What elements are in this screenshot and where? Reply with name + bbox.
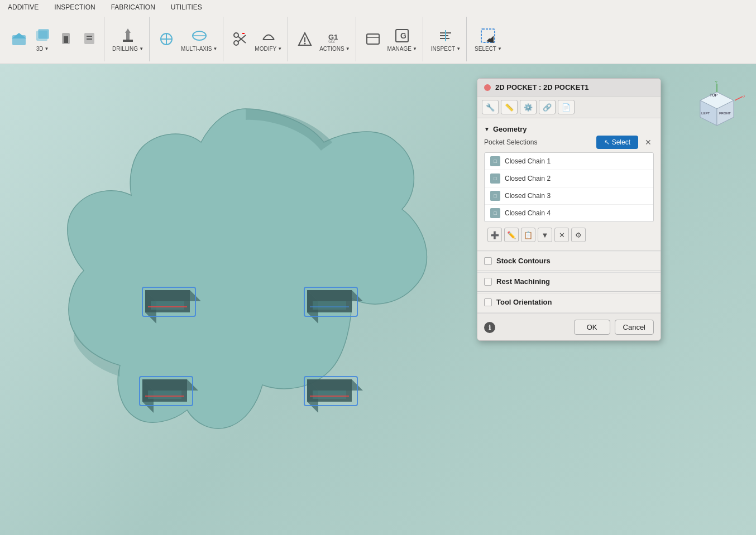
svg-line-53 [735,97,743,100]
tb-group-manage: G MANAGE ▼ [358,17,423,61]
stock-contours-checkbox[interactable] [484,257,492,265]
panel-header: 2D POCKET : 2D POCKET1 [477,79,661,97]
tb-btn-drill1[interactable] [55,29,77,49]
ok-button[interactable]: OK [574,320,610,335]
actions1-icon [296,30,314,48]
cancel-button[interactable]: Cancel [615,320,654,335]
tb-btn-manage2[interactable]: G MANAGE ▼ [385,26,419,53]
chain-label-3: Closed Chain 3 [505,192,551,200]
select-button-label: Select [612,138,630,146]
chain-dropdown-btn[interactable]: ▼ [538,228,552,242]
tb-btn-inspect1[interactable]: INSPECT ▼ [429,26,463,53]
toolbar: ADDITIVE INSPECTION FABRICATION UTILITIE… [0,0,756,64]
tb-btn-modify2[interactable]: MODIFY ▼ [252,26,284,53]
tab-post[interactable]: 📄 [558,100,575,114]
tb-label-drilling: DRILLING ▼ [112,46,143,52]
rest-machining-checkbox[interactable] [484,278,492,286]
view-cube[interactable]: TOP LEFT FRONT X Y [689,81,745,137]
tab-height[interactable]: 📏 [501,100,518,114]
pocket-selections-row: Pocket Selections ↖ Select ✕ [484,136,654,149]
geometry-arrow: ▼ [484,126,490,132]
svg-rect-11 [123,40,133,42]
svg-text:LEFT: LEFT [701,112,710,115]
inspect1-icon [437,27,454,45]
chain-item-1[interactable]: □ Closed Chain 1 [485,153,653,170]
select-button[interactable]: ↖ Select [596,136,638,149]
tb-group-select: SELECT ▼ [469,17,508,61]
svg-text:X: X [743,94,745,99]
rest-machining-section[interactable]: Rest Machining [477,272,661,290]
tb-label-inspect: INSPECT ▼ [431,46,461,52]
svg-text:G: G [400,31,406,40]
chain-add-btn[interactable]: ➕ [487,228,502,242]
chain-icon-2: □ [490,173,500,184]
chain-edit-btn[interactable]: ✏️ [504,228,519,242]
tb-group-multiaxis: MULTI-AXIS ▼ [152,17,223,61]
tool-orientation-checkbox[interactable] [484,298,492,306]
tab-linking[interactable]: 🔗 [539,100,556,114]
chain-icon-4: □ [490,208,500,218]
tb-btn-actions1[interactable] [294,29,316,49]
divider-3 [477,291,661,292]
modify2-icon [260,27,277,45]
tb-btn-scissors[interactable] [229,29,251,49]
actions2-icon: G1 G2 [326,27,343,45]
panel-close-dot[interactable] [484,84,491,91]
svg-text:G2: G2 [328,38,335,44]
tb-group-actions: G1 G2 ACTIONS ▼ [290,17,356,61]
tb-label-3d: 3D ▼ [36,46,49,52]
svg-line-20 [238,35,246,42]
panel-tabs: 🔧 📏 ⚙️ 🔗 📄 [477,97,661,118]
tb-btn-select[interactable]: SELECT ▼ [472,26,504,53]
section-header-geometry[interactable]: ▼ Geometry [484,123,654,136]
chain-list: □ Closed Chain 1 □ Closed Chain 2 □ Clos… [484,152,654,222]
chain-copy-btn[interactable]: 📋 [521,228,535,242]
svg-text:Y: Y [715,81,718,85]
chain-item-2[interactable]: □ Closed Chain 2 [485,170,653,187]
chain-settings-btn[interactable]: ⚙ [571,228,586,242]
viewport[interactable]: TOP LEFT FRONT X Y 2D POCKET : 2D POCKET… [0,64,756,535]
chain-item-4[interactable]: □ Closed Chain 4 [485,205,653,221]
chain-icon-3: □ [490,191,500,201]
divider-2 [477,271,661,271]
tb-btn-drill2[interactable] [78,29,101,49]
menu-additive[interactable]: ADDITIVE [6,2,41,12]
geometry-label: Geometry [493,125,527,133]
drill1-icon [57,30,75,48]
tb-btn-actions2[interactable]: G1 G2 ACTIONS ▼ [317,26,352,53]
svg-text:TOP: TOP [710,93,718,97]
tb-group-modify: MODIFY ▼ [226,17,288,61]
stock-contours-section[interactable]: Stock Contours [477,252,661,269]
tb-btn-home[interactable] [8,29,30,49]
pocket-selections-label: Pocket Selections [484,138,592,146]
info-icon[interactable]: ℹ [484,322,495,333]
chain-remove-btn[interactable]: ✕ [554,228,569,242]
tb-btn-drilling[interactable]: DRILLING ▼ [110,26,146,53]
svg-point-25 [304,43,306,45]
tb-btn-multiaxis1[interactable] [155,29,178,49]
tb-btn-manage1[interactable] [362,29,384,49]
tb-btn-3d[interactable]: 3D ▼ [31,26,54,53]
tab-passes[interactable]: ⚙️ [520,100,537,114]
tb-group-inspect: INSPECT ▼ [425,17,467,61]
tb-btn-multiaxis2[interactable]: MULTI-AXIS ▼ [179,26,219,53]
close-selections-button[interactable]: ✕ [643,137,654,148]
svg-text:FRONT: FRONT [719,112,731,115]
panel-title: 2D POCKET : 2D POCKET1 [495,83,589,91]
chain-item-3[interactable]: □ Closed Chain 3 [485,187,653,205]
drill2-icon [80,30,98,48]
tool-orientation-section[interactable]: Tool Orientation [477,293,661,311]
toolbar-icons: 3D ▼ [0,15,756,64]
menu-inspection[interactable]: INSPECTION [52,2,97,12]
menu-fabrication[interactable]: FABRICATION [109,2,157,12]
menu-utilities[interactable]: UTILITIES [169,2,204,12]
drilling-icon [119,27,137,45]
chain-label-4: Closed Chain 4 [505,209,551,217]
tab-tool[interactable]: 🔧 [482,100,499,114]
3d-shape [28,75,463,494]
rest-machining-label: Rest Machining [496,277,550,286]
divider-1 [477,250,661,250]
3d-icon [34,27,51,45]
panel: 2D POCKET : 2D POCKET1 🔧 📏 ⚙️ 🔗 📄 ▼ Geom… [477,78,661,341]
select-icon [479,27,497,45]
